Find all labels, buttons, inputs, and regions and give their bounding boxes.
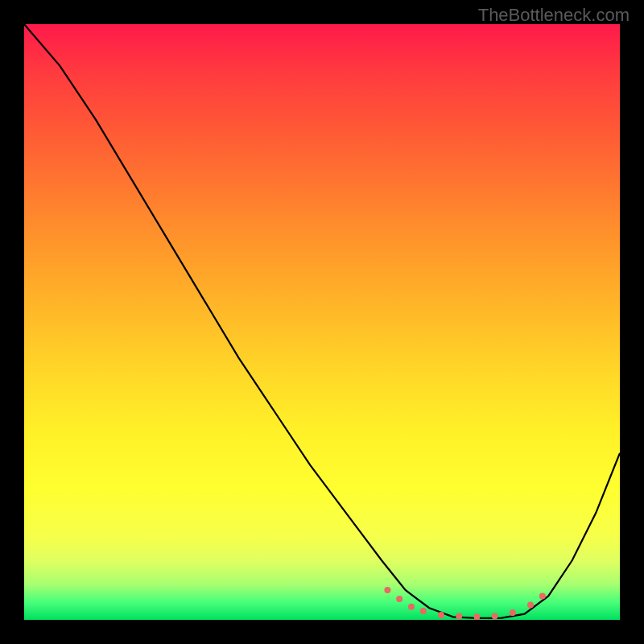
marker-dot bbox=[456, 613, 462, 620]
plot-area bbox=[24, 24, 620, 620]
chart-svg bbox=[24, 24, 620, 620]
marker-dot bbox=[492, 613, 498, 620]
marker-dot bbox=[396, 596, 402, 602]
curve-line bbox=[24, 24, 620, 618]
watermark-text: TheBottleneck.com bbox=[478, 5, 630, 26]
marker-dot bbox=[510, 609, 516, 616]
marker-dot bbox=[420, 608, 427, 614]
marker-dot bbox=[527, 602, 534, 609]
marker-dot bbox=[473, 613, 480, 620]
marker-dot bbox=[539, 592, 546, 599]
marker-dot bbox=[438, 612, 444, 618]
marker-dot bbox=[384, 587, 390, 593]
marker-dot bbox=[408, 604, 415, 610]
